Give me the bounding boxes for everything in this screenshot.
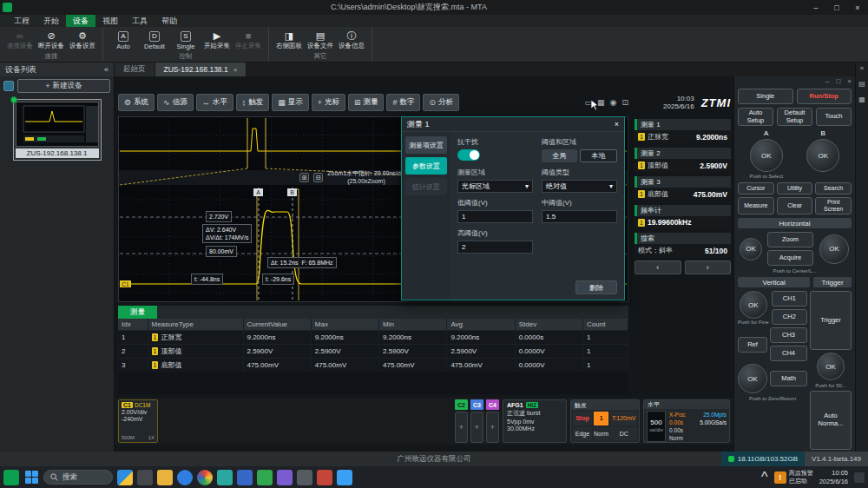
collapse-left-icon[interactable]: « <box>860 64 864 72</box>
taskbar-store-icon[interactable] <box>237 470 253 485</box>
channel2-badge[interactable]: C2 <box>455 399 468 410</box>
devwin-restore-icon[interactable]: □ <box>836 77 840 85</box>
menu-start[interactable]: 开始 <box>36 15 66 27</box>
print-screen-button[interactable]: Print Screen <box>815 197 852 214</box>
notification-icon[interactable] <box>854 472 865 483</box>
ch4-button[interactable]: CH4 <box>770 346 807 361</box>
result-item[interactable]: 测量 2 1顶部值2.5900V <box>635 148 731 172</box>
record-icon[interactable]: ◉ <box>610 98 617 107</box>
frequency-counter[interactable]: 频率计 119.99600kHz <box>635 205 731 228</box>
taskbar-app-icon[interactable] <box>277 470 293 485</box>
add-channel4-button[interactable]: + <box>486 412 499 443</box>
channel4-badge[interactable]: C4 <box>486 399 499 410</box>
scope-measure-button[interactable]: ⊞测量 <box>348 94 385 111</box>
minimize-icon[interactable]: – <box>806 0 826 15</box>
search-result[interactable]: 搜索 模式：斜率 51/100 ‹ › <box>635 233 731 274</box>
threshold-type-select[interactable]: 绝对值▾ <box>542 180 617 193</box>
horizontal-card[interactable]: 水平 500 us/div X-Pos: 0.00s 0.00s Norm 25… <box>643 399 730 443</box>
table-row[interactable]: 3 1底部值 475.00mV475.00mV 475.00mV475.00mV… <box>118 359 628 373</box>
utility-button[interactable]: Utility <box>777 182 813 195</box>
dialog-tab-measure-items[interactable]: 测量项设置 <box>405 136 447 154</box>
scope-system-button[interactable]: ⚙系统 <box>118 94 155 111</box>
taskbar-app-icon[interactable] <box>337 470 352 485</box>
disconnect-device-button[interactable]: ⊘断开设备 <box>38 30 64 50</box>
cursor-v2-readout[interactable]: 80.00mV <box>206 246 237 257</box>
anti-jitter-toggle[interactable] <box>457 149 480 161</box>
add-channel3-button[interactable]: + <box>470 412 483 443</box>
default-button[interactable]: DDefault <box>141 31 168 50</box>
display-panel-icon[interactable]: ▦ <box>858 96 865 103</box>
channel3-badge[interactable]: C3 <box>470 399 483 410</box>
knob-a[interactable]: OK <box>750 139 783 172</box>
table-row[interactable]: 1 1正脉宽 9.2000ns9.2000ns 9.2000ns9.2000ns… <box>118 331 628 345</box>
device-info-button[interactable]: ⓘ设备信息 <box>339 30 365 50</box>
scope-digital-button[interactable]: #数字 <box>386 94 420 111</box>
ch2-button[interactable]: CH2 <box>772 309 807 325</box>
horizontal-scale-knob[interactable]: OK <box>819 234 849 264</box>
mid-threshold-input[interactable] <box>542 210 617 223</box>
add-channel2-button[interactable]: + <box>455 412 468 443</box>
sidebar-collapse-icon[interactable]: « <box>104 65 108 74</box>
taskbar-chrome-icon[interactable] <box>197 470 213 485</box>
horizontal-position-knob[interactable]: OK <box>740 238 762 260</box>
tab-device[interactable]: ZUS-192.168.138.1× <box>155 63 247 76</box>
menu-view[interactable]: 视图 <box>95 15 125 27</box>
menu-help[interactable]: 帮助 <box>155 15 184 27</box>
stop-acquire-button[interactable]: ■停止采集 <box>235 30 261 50</box>
result-item[interactable]: 测量 1 1正脉宽9.2000ns <box>635 119 731 143</box>
measure-hw-button[interactable]: Measure <box>738 197 774 214</box>
result-item[interactable]: 测量 3 1底部值475.00mV <box>635 176 731 201</box>
taskbar-pinned-app-icon[interactable] <box>3 470 19 485</box>
search-hw-button[interactable]: Search <box>815 182 852 195</box>
taskbar-clock[interactable]: 10:05 2025/6/16 <box>819 469 848 485</box>
ch3-button[interactable]: CH3 <box>770 327 807 343</box>
ch1-button[interactable]: CH1 <box>772 291 807 307</box>
timebase-readout[interactable]: 500 us/div <box>647 411 666 442</box>
tab-close-icon[interactable]: × <box>233 66 238 74</box>
properties-panel-icon[interactable]: ▤ <box>858 80 865 88</box>
scope-horizontal-button[interactable]: ↔水平 <box>196 94 233 111</box>
math-button[interactable]: Math <box>770 371 807 386</box>
dialog-close-icon[interactable]: × <box>615 120 619 129</box>
close-icon[interactable]: × <box>847 0 868 15</box>
search-prev-button[interactable]: ‹ <box>635 260 681 274</box>
scope-source-button[interactable]: ∿信源 <box>157 94 194 111</box>
trigger-menu-button[interactable]: Trigger <box>810 291 852 350</box>
menu-tools[interactable]: 工具 <box>125 15 155 27</box>
connect-device-button[interactable]: ∞连接设备 <box>7 30 33 50</box>
start-acquire-button[interactable]: ▶开始采集 <box>204 30 230 50</box>
scope-analyze-button[interactable]: ⊙分析 <box>423 94 459 111</box>
tray-expand-icon[interactable]: ^ <box>761 470 768 485</box>
device-list-item[interactable]: ZUS-192.168.138.1 <box>13 99 102 161</box>
menu-project[interactable]: 工程 <box>7 15 36 27</box>
snapshot-icon[interactable]: ⊡ <box>621 98 628 107</box>
default-setup-button[interactable]: Default Setup <box>777 108 812 126</box>
device-files-button[interactable]: ▤设备文件 <box>307 30 333 50</box>
measure-area-select[interactable]: 光标区域▾ <box>457 180 533 193</box>
taskbar-file-explorer-icon[interactable] <box>157 470 173 485</box>
zoom-window-icon[interactable]: ⊞ <box>299 173 309 182</box>
low-threshold-input[interactable] <box>457 210 533 223</box>
taskbar-wechat-icon[interactable] <box>257 470 273 485</box>
right-panel-button[interactable]: ◨右侧面板 <box>276 30 302 50</box>
start-button[interactable] <box>23 470 39 485</box>
table-row[interactable]: 2 1顶部值 2.5900V2.5900V 2.5900V2.5900V 0.0… <box>118 345 628 359</box>
knob-b[interactable]: OK <box>806 139 839 172</box>
scope-trigger-button[interactable]: ↨触发 <box>236 94 270 111</box>
zoom-hw-button[interactable]: Zoom <box>767 232 813 247</box>
clear-button[interactable]: Clear <box>777 197 813 214</box>
dialog-tab-statistics[interactable]: 统计设置 <box>405 178 447 195</box>
trigger-level-knob[interactable]: OK <box>817 353 845 380</box>
single-hw-button[interactable]: Single <box>738 89 793 104</box>
zoom-split-icon[interactable]: ⊟ <box>313 173 323 182</box>
cursor-v1-readout[interactable]: 2.720V <box>206 211 232 222</box>
taskbar-terminal-icon[interactable] <box>297 470 312 485</box>
taskbar-edge-icon[interactable] <box>177 470 193 485</box>
trigger-card[interactable]: 触发 Stop 1 T:120mV Edge Norm DC <box>570 399 640 443</box>
afg-card[interactable]: AFG1 HiZ 正弦波 burst 5Vpp 0mv 30.00MHz <box>503 399 567 443</box>
auto-setup-button[interactable]: Auto Setup <box>738 108 773 126</box>
cursor-t2-readout[interactable]: t: -29.6ns <box>262 274 294 285</box>
taskbar-search[interactable]: 搜索 <box>43 470 113 485</box>
menu-device[interactable]: 设备 <box>66 15 95 27</box>
scope-cursor-button[interactable]: +光标 <box>312 94 345 111</box>
